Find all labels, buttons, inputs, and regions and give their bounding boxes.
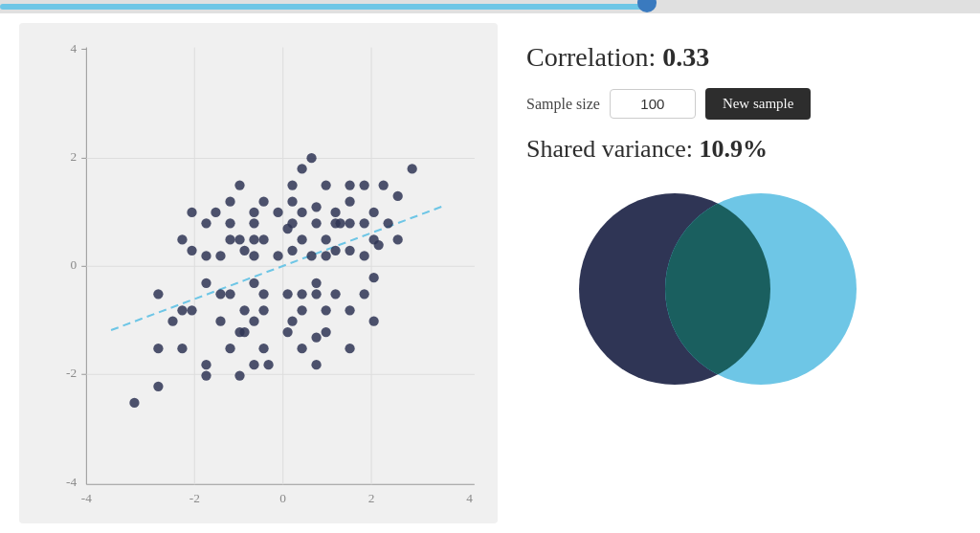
svg-point-23 bbox=[311, 202, 321, 211]
svg-point-101 bbox=[321, 327, 330, 337]
svg-text:2: 2 bbox=[368, 491, 375, 505]
svg-point-109 bbox=[225, 289, 234, 299]
svg-text:4: 4 bbox=[70, 41, 77, 56]
svg-point-90 bbox=[287, 197, 297, 207]
svg-point-66 bbox=[368, 208, 378, 217]
svg-point-29 bbox=[345, 246, 354, 255]
svg-point-51 bbox=[330, 289, 340, 299]
svg-point-120 bbox=[311, 289, 321, 299]
svg-text:-2: -2 bbox=[189, 491, 200, 505]
svg-point-106 bbox=[311, 360, 321, 369]
svg-point-44 bbox=[345, 197, 354, 207]
svg-point-55 bbox=[360, 251, 369, 260]
venn-diagram-svg bbox=[526, 184, 909, 394]
svg-point-119 bbox=[225, 197, 234, 207]
svg-point-42 bbox=[225, 234, 234, 244]
svg-point-102 bbox=[215, 317, 225, 326]
correlation-value: 0.33 bbox=[662, 42, 709, 72]
svg-point-74 bbox=[287, 218, 297, 228]
svg-text:2: 2 bbox=[70, 149, 77, 164]
svg-point-118 bbox=[321, 251, 330, 260]
svg-point-56 bbox=[167, 317, 177, 326]
correlation-slider-container[interactable] bbox=[0, 0, 980, 13]
svg-point-79 bbox=[306, 251, 316, 260]
svg-point-63 bbox=[258, 197, 268, 207]
svg-point-70 bbox=[330, 218, 340, 228]
svg-text:-2: -2 bbox=[66, 366, 77, 380]
svg-point-87 bbox=[239, 327, 249, 337]
svg-point-105 bbox=[187, 208, 196, 217]
new-sample-button[interactable]: New sample bbox=[705, 88, 812, 120]
svg-text:-4: -4 bbox=[66, 475, 77, 489]
svg-point-47 bbox=[297, 234, 306, 244]
shared-variance-value: 10.9% bbox=[699, 135, 768, 163]
svg-point-78 bbox=[201, 370, 211, 380]
svg-point-104 bbox=[360, 218, 369, 228]
svg-point-91 bbox=[330, 246, 340, 255]
sample-size-label: Sample size bbox=[526, 96, 600, 113]
svg-point-98 bbox=[177, 305, 187, 315]
svg-point-108 bbox=[345, 180, 354, 189]
svg-point-82 bbox=[153, 289, 163, 299]
svg-point-67 bbox=[225, 344, 234, 353]
svg-point-57 bbox=[287, 317, 297, 326]
svg-point-121 bbox=[249, 251, 258, 260]
svg-point-85 bbox=[225, 218, 234, 228]
correlation-label: Correlation: bbox=[526, 42, 656, 72]
svg-point-59 bbox=[408, 164, 417, 173]
svg-point-60 bbox=[321, 234, 330, 244]
svg-point-110 bbox=[282, 327, 292, 337]
svg-point-69 bbox=[177, 234, 187, 244]
svg-point-89 bbox=[187, 246, 196, 255]
svg-point-46 bbox=[263, 360, 273, 369]
svg-point-38 bbox=[129, 398, 139, 408]
svg-point-28 bbox=[368, 273, 378, 282]
main-content: 4 2 0 -2 -4 -4 -2 0 2 4 bbox=[0, 13, 980, 533]
svg-text:0: 0 bbox=[279, 491, 286, 505]
shared-variance-display: Shared variance: 10.9% bbox=[526, 135, 932, 164]
svg-point-100 bbox=[234, 180, 244, 189]
svg-point-92 bbox=[249, 360, 258, 369]
svg-point-77 bbox=[393, 234, 403, 244]
svg-point-84 bbox=[297, 344, 306, 353]
scatter-plot-area: 4 2 0 -2 -4 -4 -2 0 2 4 bbox=[19, 23, 498, 523]
svg-point-36 bbox=[177, 344, 187, 353]
svg-point-73 bbox=[215, 251, 225, 260]
sample-size-input[interactable] bbox=[610, 89, 696, 119]
svg-point-116 bbox=[297, 208, 306, 217]
venn-diagram-container bbox=[526, 184, 909, 394]
svg-point-43 bbox=[321, 305, 330, 315]
svg-point-99 bbox=[297, 305, 306, 315]
svg-point-41 bbox=[249, 208, 258, 217]
svg-point-75 bbox=[321, 180, 330, 189]
svg-point-97 bbox=[345, 218, 354, 228]
sample-size-row: Sample size New sample bbox=[526, 88, 932, 120]
svg-point-45 bbox=[311, 333, 321, 343]
svg-point-50 bbox=[239, 246, 249, 255]
svg-point-115 bbox=[201, 218, 211, 228]
svg-point-83 bbox=[273, 208, 282, 217]
svg-point-27 bbox=[393, 191, 403, 201]
svg-point-107 bbox=[249, 234, 258, 244]
svg-point-32 bbox=[258, 305, 268, 315]
svg-text:4: 4 bbox=[466, 491, 473, 505]
svg-point-114 bbox=[368, 234, 378, 244]
svg-point-81 bbox=[345, 305, 354, 315]
svg-text:0: 0 bbox=[70, 257, 77, 272]
correlation-display: Correlation: 0.33 bbox=[526, 42, 932, 73]
svg-point-53 bbox=[306, 153, 316, 163]
svg-point-88 bbox=[379, 180, 389, 189]
svg-point-117 bbox=[258, 344, 268, 353]
svg-point-62 bbox=[282, 289, 292, 299]
svg-point-65 bbox=[249, 218, 258, 228]
svg-point-112 bbox=[330, 208, 340, 217]
svg-point-103 bbox=[287, 246, 297, 255]
slider-thumb[interactable] bbox=[637, 0, 657, 12]
svg-point-25 bbox=[360, 180, 369, 189]
svg-point-71 bbox=[249, 317, 258, 326]
svg-point-86 bbox=[360, 289, 369, 299]
svg-point-72 bbox=[311, 278, 321, 288]
svg-point-52 bbox=[211, 208, 220, 217]
svg-point-37 bbox=[153, 382, 163, 391]
svg-point-49 bbox=[383, 218, 392, 228]
